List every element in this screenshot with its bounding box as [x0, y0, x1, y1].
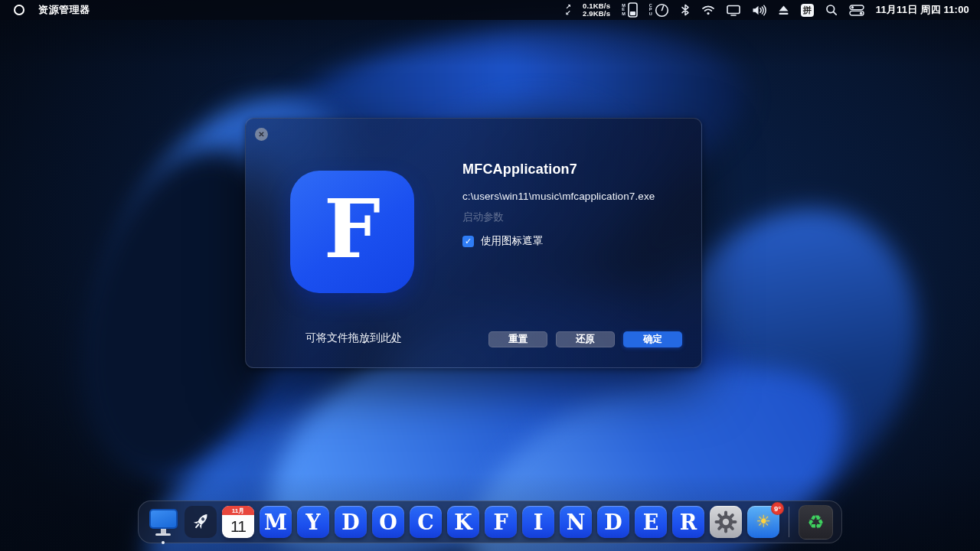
- cpu-gauge-icon: [655, 3, 669, 18]
- gear-icon: [714, 510, 738, 534]
- clock[interactable]: 11月11日 周四 11:00: [876, 3, 969, 17]
- network-activity-icon[interactable]: ↗ ↙: [565, 4, 571, 16]
- dock-letter-tile[interactable]: Y: [297, 506, 329, 538]
- dock-item-settings[interactable]: [710, 506, 742, 538]
- dock-letter-tile[interactable]: R: [672, 506, 704, 538]
- dock-letter-tile[interactable]: C: [410, 506, 442, 538]
- dialog-title: MFCApplication7: [462, 161, 684, 178]
- dock-item-calendar[interactable]: 11月 11: [222, 506, 254, 538]
- dock-letter-tile[interactable]: O: [372, 506, 404, 538]
- ok-button[interactable]: 确定: [623, 331, 682, 347]
- icon-mask-checkbox-row[interactable]: ✓ 使用图标遮罩: [462, 234, 684, 248]
- search-icon[interactable]: [825, 4, 838, 16]
- weather-temp-badge: 9°: [771, 502, 784, 515]
- system-menu-icon[interactable]: [14, 5, 24, 15]
- dock-letter-tile[interactable]: M: [260, 506, 292, 538]
- calendar-day: 11: [222, 515, 254, 538]
- dock-item-launchpad[interactable]: [185, 506, 217, 538]
- running-indicator-dot: [162, 541, 165, 544]
- dock-letter-tile[interactable]: D: [335, 506, 367, 538]
- monitor-icon: [149, 509, 178, 536]
- dock-letter-tile[interactable]: I: [522, 506, 554, 538]
- menu-bar: 资源管理器 ↗ ↙ 0.1KB/s 2.9KB/s MEM CPU: [0, 0, 980, 20]
- dock-separator: [789, 507, 789, 537]
- restore-button[interactable]: 还原: [556, 331, 615, 347]
- active-app-name[interactable]: 资源管理器: [38, 3, 90, 17]
- cpu-widget[interactable]: CPU: [649, 3, 669, 18]
- drop-hint-text: 可将文件拖放到此处: [305, 331, 402, 345]
- memory-gauge-icon: [628, 2, 638, 18]
- dock-letter-tile[interactable]: K: [447, 506, 479, 538]
- dock-letter-tile[interactable]: D: [597, 506, 629, 538]
- wifi-icon[interactable]: [701, 5, 715, 15]
- display-icon[interactable]: [727, 5, 740, 16]
- reset-button[interactable]: 重置: [488, 331, 547, 347]
- dialog-button-row: 重置 还原 确定: [488, 331, 682, 347]
- network-speed[interactable]: 0.1KB/s 2.9KB/s: [583, 2, 610, 18]
- calendar-month: 11月: [222, 506, 254, 515]
- input-method-badge[interactable]: 拼: [801, 4, 814, 17]
- eject-icon[interactable]: [778, 5, 789, 15]
- checkbox-label: 使用图标遮罩: [481, 234, 543, 248]
- dock-item-finder[interactable]: [147, 506, 179, 538]
- launch-params-input[interactable]: [462, 211, 677, 223]
- recycle-icon: ♻: [807, 513, 824, 532]
- dock: 11月 11 M Y D O C K F I N D E R: [138, 500, 842, 543]
- memory-widget[interactable]: MEM: [622, 2, 638, 18]
- dock-item-weather[interactable]: ☀ 9°: [747, 506, 779, 538]
- dock-letter-tile[interactable]: F: [485, 506, 517, 538]
- app-icon-letter: F: [324, 190, 381, 269]
- bluetooth-icon[interactable]: [681, 4, 690, 16]
- dock-letter-tile[interactable]: E: [635, 506, 667, 538]
- sun-icon: ☀: [756, 514, 771, 530]
- volume-icon[interactable]: [752, 5, 766, 16]
- app-icon: F: [290, 171, 414, 293]
- rocket-icon: [185, 506, 217, 538]
- control-center-icon[interactable]: [849, 5, 864, 16]
- close-icon[interactable]: ✕: [255, 128, 268, 141]
- download-speed: 2.9KB/s: [583, 10, 610, 18]
- checkbox-checked-icon[interactable]: ✓: [462, 236, 474, 247]
- dock-item-recycle-bin[interactable]: ♻: [799, 505, 833, 540]
- dock-letter-tile[interactable]: N: [560, 506, 592, 538]
- app-exe-path: c:\users\win11\music\mfcapplication7.exe: [462, 191, 684, 202]
- app-settings-dialog: ✕ F MFCApplication7 c:\users\win11\music…: [245, 118, 702, 368]
